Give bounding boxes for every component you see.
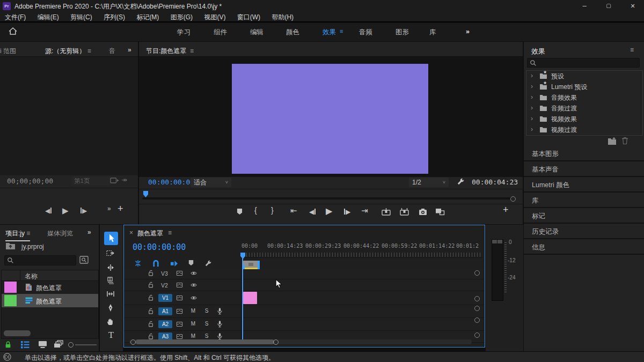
comparison-view-icon[interactable]	[435, 208, 445, 216]
menu-window[interactable]: 窗口(W)	[232, 12, 265, 23]
timeline-marker-icon[interactable]	[188, 260, 194, 266]
source-panel-menu-icon[interactable]: ≡	[87, 47, 91, 55]
workspace-tab-assembly[interactable]: 组件	[214, 28, 227, 37]
track-lock-icon[interactable]	[148, 282, 154, 288]
workspace-tab-editing[interactable]: 编辑	[250, 28, 264, 37]
close-button[interactable]: ✕	[625, 0, 641, 12]
chevron-right-icon[interactable]: ›	[531, 93, 533, 101]
razor-tool[interactable]	[104, 276, 119, 289]
panel-tab-info[interactable]: 信息	[524, 239, 644, 255]
go-to-in-icon[interactable]: ⇤	[290, 206, 297, 216]
list-horizontal-scrollbar[interactable]	[4, 330, 31, 336]
chevron-right-icon[interactable]: ›	[531, 72, 533, 79]
timeline-zoom-handle-right[interactable]	[273, 339, 279, 345]
project-tabs-overflow-icon[interactable]: »	[87, 228, 91, 236]
program-settings-wrench-icon[interactable]	[457, 178, 465, 186]
hand-tool[interactable]	[104, 317, 119, 330]
program-panel-menu-icon[interactable]: ≡	[190, 47, 194, 55]
project-row-color-matte[interactable]: 颜色遮罩	[2, 281, 98, 294]
column-name-header[interactable]: 名称	[25, 272, 38, 281]
effects-tree-row-audio-effects[interactable]: › 音频效果	[526, 92, 642, 103]
audio-scroll-handle-top[interactable]	[474, 306, 480, 311]
list-view-icon[interactable]	[20, 341, 30, 349]
sync-lock-icon[interactable]	[176, 334, 183, 339]
effects-tree-row-video-effects[interactable]: › 视频效果	[526, 114, 642, 124]
program-resolution-select[interactable]: 1/2˅	[409, 178, 449, 187]
source-timecode[interactable]: 00;00;00;00	[7, 177, 53, 185]
add-marker-icon[interactable]	[237, 208, 243, 215]
effects-search-input[interactable]	[527, 58, 640, 68]
panel-tab-essential-sound[interactable]: 基本声音	[524, 161, 644, 177]
solo-button[interactable]: S	[203, 307, 210, 315]
label-color-chip-green[interactable]	[4, 295, 17, 306]
tab-audio-mixer-partial[interactable]: 音	[109, 47, 115, 56]
voice-over-mic-icon[interactable]	[216, 333, 223, 340]
solo-button[interactable]: S	[203, 333, 210, 340]
project-bin-name[interactable]: jy.prproj	[21, 243, 44, 250]
mark-in-icon[interactable]: {	[254, 206, 257, 215]
timeline-hscroll-thumb[interactable]	[136, 339, 274, 344]
label-color-chip-pink[interactable]	[4, 282, 17, 293]
effects-panel-menu-icon[interactable]: ≡	[630, 46, 634, 54]
chevron-right-icon[interactable]: ›	[531, 83, 533, 90]
new-custom-bin-icon[interactable]	[608, 137, 617, 145]
source-step-back-button[interactable]: ◀	[45, 207, 52, 215]
mute-button[interactable]: M	[189, 320, 197, 328]
chevron-right-icon[interactable]: ›	[531, 115, 533, 122]
sync-lock-icon[interactable]	[176, 321, 183, 327]
audio-scroll-handle-mid[interactable]	[474, 317, 480, 323]
sync-lock-icon[interactable]	[176, 308, 183, 314]
menu-sequence[interactable]: 序列(S)	[99, 12, 130, 23]
source-play-button[interactable]: ▶	[62, 206, 69, 216]
project-row-sequence-selected[interactable]: 颜色遮罩	[2, 294, 98, 307]
zoom-slider-track[interactable]	[75, 344, 97, 345]
voice-over-mic-icon[interactable]	[216, 320, 223, 328]
program-add-button[interactable]: +	[503, 204, 509, 216]
panel-tab-markers[interactable]: 标记	[524, 208, 644, 224]
source-step-forward-button[interactable]: ▶	[80, 207, 87, 215]
extract-icon[interactable]	[400, 208, 409, 216]
workspace-overflow-icon[interactable]: »	[466, 28, 470, 35]
project-search-input[interactable]	[4, 255, 76, 265]
toggle-track-output-eye-icon[interactable]	[190, 282, 197, 289]
graphic-clip-v3-selected[interactable]	[243, 261, 259, 269]
delete-trash-icon[interactable]	[621, 137, 628, 145]
menu-edit[interactable]: 编辑(E)	[33, 12, 64, 23]
sync-lock-icon[interactable]	[176, 295, 183, 301]
mute-button[interactable]: M	[189, 307, 197, 315]
source-transport-overflow-icon[interactable]: »	[107, 205, 111, 212]
bin-folder-up-icon[interactable]	[5, 242, 16, 250]
track-label-v3[interactable]: V3	[161, 270, 168, 277]
zoom-slider-handle[interactable]	[68, 342, 74, 348]
menu-view[interactable]: 视图(V)	[199, 12, 230, 23]
chevron-right-icon[interactable]: ›	[531, 104, 533, 112]
step-forward-button[interactable]: ▶	[344, 208, 350, 216]
chevron-right-icon[interactable]: ›	[531, 125, 533, 133]
lift-icon[interactable]	[382, 208, 391, 216]
workspace-tab-effects-menu-icon[interactable]: ≡	[340, 28, 343, 34]
track-lock-icon[interactable]	[148, 270, 154, 276]
menu-marker[interactable]: 标记(M)	[131, 12, 164, 23]
toggle-track-output-eye-icon[interactable]	[190, 270, 197, 277]
slip-tool[interactable]	[104, 290, 119, 302]
play-button[interactable]: ▶	[326, 206, 332, 216]
source-add-button[interactable]: +	[118, 203, 123, 215]
track-target-a1[interactable]: A1	[158, 307, 172, 315]
menu-clip[interactable]: 剪辑(C)	[65, 12, 97, 23]
ripple-edit-tool[interactable]	[104, 263, 119, 276]
effects-tree-row-presets[interactable]: › ★ 预设	[526, 71, 642, 82]
timeline-playhead-line[interactable]	[242, 257, 243, 339]
creative-cloud-icon[interactable]	[3, 353, 11, 361]
menu-graphics[interactable]: 图形(G)	[166, 12, 197, 23]
nest-insert-icon[interactable]	[134, 260, 142, 267]
tab-project[interactable]: 项目:jy ≡	[5, 229, 30, 241]
go-to-out-icon[interactable]: ⇥	[361, 206, 368, 216]
list-header[interactable]: 名称	[2, 270, 98, 281]
sync-lock-icon[interactable]	[176, 270, 183, 276]
workspace-tab-graphics[interactable]: 图形	[396, 28, 409, 37]
track-target-v1[interactable]: V1	[158, 294, 172, 302]
panel-tab-lumetri-color[interactable]: Lumetri 颜色	[524, 177, 644, 193]
program-timecode[interactable]: 00:00:00:00	[148, 178, 194, 186]
timeline-timecode[interactable]: 00:00:00:00	[133, 242, 186, 252]
workspace-tab-learn[interactable]: 学习	[177, 28, 191, 37]
